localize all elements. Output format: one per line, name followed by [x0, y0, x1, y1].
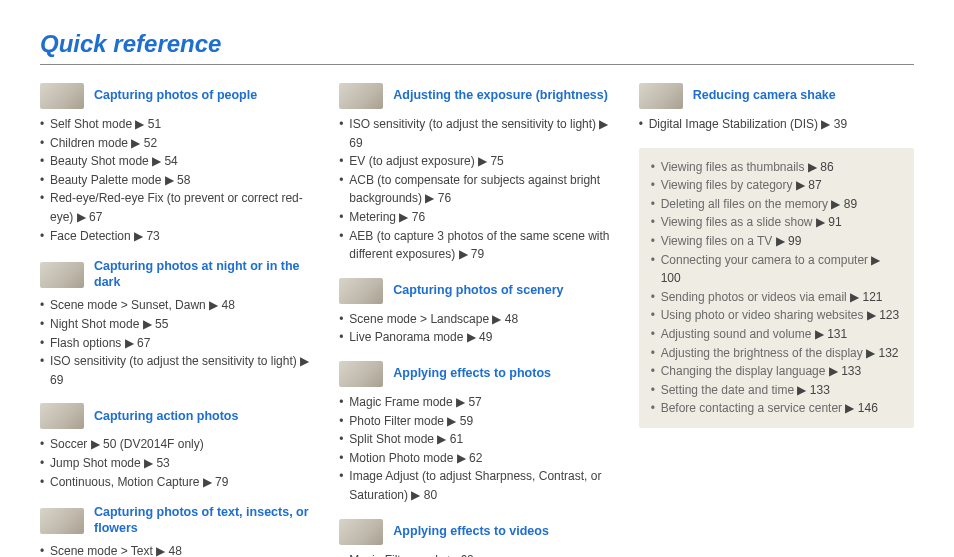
item-text: Beauty Shot mode	[50, 154, 149, 168]
page-ref-icon: ▶	[796, 178, 805, 192]
page-ref-icon: ▶	[448, 553, 457, 558]
page-ref-icon: ▶	[447, 414, 456, 428]
item-page: 48	[169, 544, 182, 557]
section-list: Movie Filter mode ▶ 60	[339, 551, 614, 558]
page-ref-icon: ▶	[209, 298, 218, 312]
item-page: 59	[460, 414, 473, 428]
page-ref-icon: ▶	[399, 210, 408, 224]
item-text: Split Shot mode	[349, 432, 434, 446]
list-item: Image Adjust (to adjust Sharpness, Contr…	[339, 467, 614, 504]
reference-box: Viewing files as thumbnails ▶ 86Viewing …	[639, 148, 914, 428]
list-item: Night Shot mode ▶ 55	[40, 315, 315, 334]
list-item: Scene mode > Sunset, Dawn ▶ 48	[40, 296, 315, 315]
item-text: Metering	[349, 210, 396, 224]
item-page: 133	[841, 364, 861, 378]
section-capturing-photos-of-people: Capturing photos of peopleSelf Shot mode…	[40, 83, 315, 245]
list-item: Digital Image Stabilization (DIS) ▶ 39	[639, 115, 914, 134]
page-ref-icon: ▶	[300, 354, 309, 368]
list-item: Red-eye/Red-eye Fix (to prevent or corre…	[40, 189, 315, 226]
list-item: Viewing files as a slide show ▶ 91	[651, 213, 902, 232]
section-header: Applying effects to photos	[339, 361, 614, 387]
section-header: Adjusting the exposure (brightness)	[339, 83, 614, 109]
section-header: Capturing photos at night or in the dark	[40, 259, 315, 290]
page-ref-icon: ▶	[821, 117, 830, 131]
page-ref-icon: ▶	[77, 210, 86, 224]
title-divider	[40, 64, 914, 65]
item-page: 146	[858, 401, 878, 415]
list-item: Beauty Palette mode ▶ 58	[40, 171, 315, 190]
item-text: Beauty Palette mode	[50, 173, 161, 187]
reference-box-list: Viewing files as thumbnails ▶ 86Viewing …	[651, 158, 902, 418]
item-page: 48	[505, 312, 518, 326]
section-title[interactable]: Capturing action photos	[94, 409, 238, 425]
list-item: ISO sensitivity (to adjust the sensitivi…	[339, 115, 614, 152]
item-text: ACB (to compensate for subjects against …	[349, 173, 600, 206]
page-ref-icon: ▶	[845, 401, 854, 415]
section-title[interactable]: Capturing photos of text, insects, or fl…	[94, 505, 315, 536]
item-text: Changing the display language	[661, 364, 826, 378]
item-text: Scene mode > Text	[50, 544, 153, 557]
section-list: Scene mode > Sunset, Dawn ▶ 48Night Shot…	[40, 296, 315, 389]
list-item: Adjusting the brightness of the display …	[651, 344, 902, 363]
columns: Capturing photos of peopleSelf Shot mode…	[40, 83, 914, 557]
list-item: Children mode ▶ 52	[40, 134, 315, 153]
section-thumbnail-icon	[40, 508, 84, 534]
item-page: 69	[50, 373, 63, 387]
section-list: ISO sensitivity (to adjust the sensitivi…	[339, 115, 614, 264]
item-page: 79	[215, 475, 228, 489]
page-ref-icon: ▶	[478, 154, 487, 168]
section-title[interactable]: Capturing photos of scenery	[393, 283, 563, 299]
list-item: Scene mode > Landscape ▶ 48	[339, 310, 614, 329]
item-page: 51	[148, 117, 161, 131]
item-text: Face Detection	[50, 229, 131, 243]
page-ref-icon: ▶	[425, 191, 434, 205]
item-text: Scene mode > Sunset, Dawn	[50, 298, 206, 312]
item-page: 89	[844, 197, 857, 211]
item-text: Image Adjust (to adjust Sharpness, Contr…	[349, 469, 601, 502]
list-item: Deleting all files on the memory ▶ 89	[651, 195, 902, 214]
page-ref-icon: ▶	[797, 383, 806, 397]
page-ref-icon: ▶	[437, 432, 446, 446]
item-text: Before contacting a service center	[661, 401, 842, 415]
list-item: Using photo or video sharing websites ▶ …	[651, 306, 902, 325]
page-ref-icon: ▶	[599, 117, 608, 131]
column-2: Adjusting the exposure (brightness)ISO s…	[339, 83, 614, 557]
item-text: Viewing files on a TV	[661, 234, 773, 248]
section-title[interactable]: Applying effects to videos	[393, 524, 549, 540]
page-ref-icon: ▶	[867, 308, 876, 322]
section-title[interactable]: Adjusting the exposure (brightness)	[393, 88, 608, 104]
page-ref-icon: ▶	[143, 317, 152, 331]
item-page: 67	[89, 210, 102, 224]
item-text: Viewing files as a slide show	[661, 215, 813, 229]
item-text: Using photo or video sharing websites	[661, 308, 864, 322]
section-title[interactable]: Capturing photos at night or in the dark	[94, 259, 315, 290]
list-item: Magic Frame mode ▶ 57	[339, 393, 614, 412]
section-title[interactable]: Applying effects to photos	[393, 366, 551, 382]
section-list: Soccer ▶ 50 (DV2014F only)Jump Shot mode…	[40, 435, 315, 491]
section-list: Scene mode > Text ▶ 48Close-up Shot mode…	[40, 542, 315, 557]
item-text: Photo Filter mode	[349, 414, 444, 428]
list-item: ACB (to compensate for subjects against …	[339, 171, 614, 208]
page-ref-icon: ▶	[457, 451, 466, 465]
page-ref-icon: ▶	[152, 154, 161, 168]
item-page: 60	[460, 553, 473, 558]
section-title[interactable]: Reducing camera shake	[693, 88, 836, 104]
item-text: Adjusting the brightness of the display	[661, 346, 863, 360]
item-page: 57	[468, 395, 481, 409]
item-page: 62	[469, 451, 482, 465]
page-ref-icon: ▶	[831, 197, 840, 211]
section-header: Capturing action photos	[40, 403, 315, 429]
page-ref-icon: ▶	[871, 253, 880, 267]
section-reducing-camera-shake: Reducing camera shakeDigital Image Stabi…	[639, 83, 914, 134]
section-list: Magic Frame mode ▶ 57Photo Filter mode ▶…	[339, 393, 614, 505]
item-text: EV (to adjust exposure)	[349, 154, 474, 168]
item-text: Connecting your camera to a computer	[661, 253, 868, 267]
section-title[interactable]: Capturing photos of people	[94, 88, 257, 104]
list-item: Connecting your camera to a computer ▶ 1…	[651, 251, 902, 288]
list-item: Continuous, Motion Capture ▶ 79	[40, 473, 315, 492]
item-text: ISO sensitivity (to adjust the sensitivi…	[349, 117, 596, 131]
list-item: Before contacting a service center ▶ 146	[651, 399, 902, 418]
list-item: Setting the date and time ▶ 133	[651, 381, 902, 400]
item-text: Children mode	[50, 136, 128, 150]
section-thumbnail-icon	[339, 83, 383, 109]
